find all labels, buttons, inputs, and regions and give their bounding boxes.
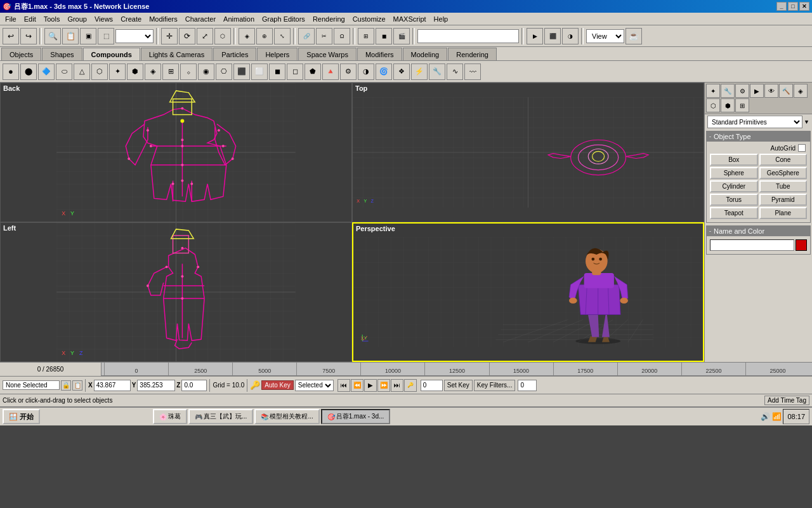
window-crossing-button[interactable]: ⬚	[98, 28, 114, 44]
obj-btn-teapot[interactable]: Teapot	[710, 207, 758, 219]
obj-icon-22[interactable]: 🌀	[376, 64, 392, 80]
menu-edit[interactable]: Edit	[20, 14, 40, 24]
menu-customize[interactable]: Customize	[349, 14, 390, 24]
object-type-header[interactable]: - Object Type	[707, 131, 810, 142]
obj-icon-20[interactable]: ⚙	[340, 64, 357, 80]
y-input[interactable]	[137, 380, 175, 391]
obj-icon-13[interactable]: ⎔	[216, 64, 232, 80]
auto-key-button[interactable]: Auto Key	[261, 380, 294, 390]
obj-btn-cone[interactable]: Cone	[759, 154, 808, 166]
panel-tab-display[interactable]: 👁	[764, 84, 778, 98]
quick-render-button[interactable]: ▶	[527, 28, 543, 44]
obj-icon-9[interactable]: ◈	[145, 64, 161, 80]
obj-icon-23[interactable]: ❖	[393, 64, 410, 80]
set-key-button[interactable]: Set Key	[444, 380, 473, 391]
start-button[interactable]: 🪟 开始	[3, 409, 40, 424]
select-by-name-button[interactable]: 📋	[62, 28, 79, 44]
minimize-button[interactable]: _	[776, 2, 787, 11]
menu-tools[interactable]: Tools	[40, 14, 64, 24]
obj-icon-14[interactable]: ⬛	[233, 64, 250, 80]
obj-icon-6[interactable]: ⬡	[91, 64, 108, 80]
name-color-header[interactable]: - Name and Color	[707, 226, 810, 236]
obj-icon-18[interactable]: ⬟	[304, 64, 321, 80]
taskbar-item-3dsmax[interactable]: 🎯 吕蓉1.max - 3d...	[321, 409, 391, 424]
menu-maxscript[interactable]: MAXScript	[390, 14, 430, 24]
obj-icon-21[interactable]: ◑	[358, 64, 374, 80]
go-to-start-button[interactable]: ⏮	[337, 379, 350, 392]
select-region-button[interactable]: ▣	[80, 28, 96, 44]
tab-objects[interactable]: Objects	[1, 48, 41, 60]
transform-center-button[interactable]: ⊕	[256, 28, 273, 44]
scene-name-input[interactable]	[417, 29, 519, 43]
obj-icon-17[interactable]: ◻	[287, 64, 303, 80]
menu-rendering[interactable]: Rendering	[309, 14, 349, 24]
panel-tab-modify[interactable]: 🔧	[721, 84, 735, 98]
obj-icon-5[interactable]: △	[74, 64, 90, 80]
obj-btn-box[interactable]: Box	[710, 154, 758, 166]
obj-btn-plane[interactable]: Plane	[759, 207, 808, 219]
menu-character[interactable]: Character	[181, 14, 219, 24]
render-type-button[interactable]: ⬛	[544, 28, 561, 44]
taskbar-item-tutorial[interactable]: 📚 模型相关教程...	[254, 409, 319, 424]
obj-icon-27[interactable]: 〰	[464, 64, 481, 80]
obj-icon-8[interactable]: ⬢	[127, 64, 143, 80]
viewport-top[interactable]: Top	[352, 83, 704, 222]
panel-tab-extra4[interactable]: ⊞	[735, 98, 749, 112]
select-object-button[interactable]: 🔍	[44, 28, 61, 44]
panel-tab-motion[interactable]: ▶	[750, 84, 764, 98]
render-scene-button[interactable]: 🎬	[393, 28, 410, 44]
obj-icon-3[interactable]: 🔷	[38, 64, 55, 80]
maximize-button[interactable]: □	[788, 2, 798, 11]
obj-icon-10[interactable]: ⊞	[162, 64, 179, 80]
tab-compounds[interactable]: Compounds	[83, 48, 140, 60]
tab-modeling[interactable]: Modeling	[403, 48, 448, 60]
menu-modifiers[interactable]: Modifiers	[145, 14, 181, 24]
mirror-button[interactable]: ⤡	[274, 28, 291, 44]
panel-type-dropdown[interactable]: Standard Primitives	[707, 116, 802, 128]
taskbar-item-zhugui[interactable]: 🌸 珠葛	[153, 409, 187, 424]
menu-create[interactable]: Create	[117, 14, 145, 24]
reference-coord-button[interactable]: ◈	[239, 28, 255, 44]
tab-lights-cameras[interactable]: Lights & Cameras	[141, 48, 213, 60]
panel-tab-extra3[interactable]: ⬢	[721, 98, 735, 112]
tab-rendering[interactable]: Rendering	[448, 48, 497, 60]
obj-icon-1[interactable]: ●	[3, 64, 19, 80]
select-scale-button[interactable]: ⤢	[197, 28, 213, 44]
add-time-tag-button[interactable]: Add Time Tag	[764, 396, 809, 405]
tab-helpers[interactable]: Helpers	[257, 48, 298, 60]
go-to-end-button[interactable]: ⏭	[391, 379, 403, 392]
select-squash-button[interactable]: ⬡	[214, 28, 231, 44]
color-swatch[interactable]	[796, 239, 807, 251]
menu-views[interactable]: Views	[91, 14, 117, 24]
tab-shapes[interactable]: Shapes	[42, 48, 82, 60]
z-input[interactable]	[181, 380, 207, 391]
panel-tab-utilities[interactable]: 🔨	[779, 84, 793, 98]
close-button[interactable]: ✕	[799, 2, 809, 11]
obj-icon-2[interactable]: ⬤	[20, 64, 37, 80]
obj-icon-19[interactable]: 🔺	[322, 64, 339, 80]
active-shade-button[interactable]: ◑	[562, 28, 579, 44]
menu-animation[interactable]: Animation	[219, 14, 258, 24]
tab-particles[interactable]: Particles	[213, 48, 256, 60]
obj-icon-4[interactable]: ⬭	[56, 64, 72, 80]
panel-tab-extra2[interactable]: ⬡	[706, 98, 720, 112]
autogrid-checkbox[interactable]	[798, 144, 806, 152]
obj-btn-pyramid[interactable]: Pyramid	[759, 194, 808, 206]
bind-button[interactable]: Ω	[334, 28, 350, 44]
viewport-back[interactable]: Back	[0, 83, 352, 222]
obj-btn-sphere[interactable]: Sphere	[710, 167, 758, 179]
select-by-name-icon[interactable]: 📋	[72, 380, 82, 391]
menu-graph-editors[interactable]: Graph Editors	[258, 14, 309, 24]
menu-file[interactable]: File	[1, 14, 20, 24]
obj-btn-geosphere[interactable]: GeoSphere	[759, 167, 808, 179]
obj-icon-24[interactable]: ⚡	[411, 64, 428, 80]
object-name-input[interactable]	[710, 239, 794, 251]
prev-frame-button[interactable]: ⏪	[351, 379, 363, 392]
obj-btn-tube[interactable]: Tube	[759, 180, 808, 192]
panel-tab-hierarchy[interactable]: ⚙	[735, 84, 749, 98]
selection-filter-dropdown[interactable]: All	[115, 29, 154, 43]
play-button[interactable]: ▶	[364, 379, 377, 392]
tab-space-warps[interactable]: Space Warps	[298, 48, 357, 60]
obj-icon-12[interactable]: ◉	[198, 64, 214, 80]
obj-icon-16[interactable]: ◼	[269, 64, 285, 80]
